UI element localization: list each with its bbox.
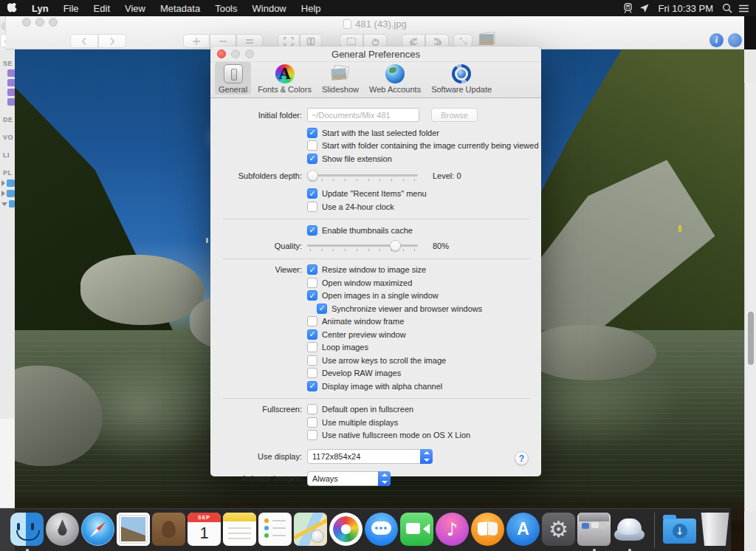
checkbox-row[interactable]: Show file extension xyxy=(307,152,539,165)
checkbox[interactable] xyxy=(317,304,327,314)
dock-notes[interactable] xyxy=(223,513,256,546)
dialog-close-button[interactable] xyxy=(217,49,226,58)
dock-calendar[interactable]: SEP1 xyxy=(188,513,221,546)
back-button[interactable] xyxy=(70,34,98,48)
checkbox[interactable] xyxy=(307,417,317,428)
dock-ibooks[interactable] xyxy=(471,513,504,546)
dock-facetime[interactable] xyxy=(400,513,433,546)
dialog-title-bar[interactable]: General Preferences xyxy=(210,47,541,62)
tab-software-update[interactable]: Software Update xyxy=(427,62,495,95)
menu-item-edit[interactable]: Edit xyxy=(86,0,117,16)
tab-slideshow[interactable]: Slideshow xyxy=(318,62,362,95)
menu-item-metadata[interactable]: Metadata xyxy=(153,0,207,16)
checkbox-row[interactable]: Use a 24-hour clock xyxy=(307,200,427,213)
checkbox-row[interactable]: Use multiple displays xyxy=(307,416,470,429)
dock-app-store[interactable] xyxy=(506,513,540,546)
notification-center-icon[interactable] xyxy=(735,0,752,16)
initial-folder-input[interactable] xyxy=(307,108,419,122)
info-button[interactable]: i xyxy=(709,33,724,47)
dock-safari[interactable] xyxy=(81,513,114,546)
scrollbar-thumb[interactable] xyxy=(748,312,754,365)
disclosure-triangle-icon[interactable] xyxy=(1,180,5,186)
checkbox-row[interactable]: Animate window frame xyxy=(307,315,482,329)
sidebar-folder-row[interactable] xyxy=(1,179,15,187)
checkbox[interactable] xyxy=(307,355,317,366)
tab-fonts-colors[interactable]: Fonts & Colors xyxy=(254,62,315,95)
checkbox-row[interactable]: Open images in a single window xyxy=(307,290,482,303)
checkbox-row[interactable]: Open window maximized xyxy=(307,276,482,290)
menu-item-view[interactable]: View xyxy=(117,0,153,16)
dock-reminders[interactable] xyxy=(258,513,292,546)
checkbox[interactable] xyxy=(307,225,317,236)
checkbox[interactable] xyxy=(307,316,317,326)
slider-thumb[interactable] xyxy=(390,240,401,251)
checkbox-row[interactable]: Resize window to image size xyxy=(307,264,482,277)
dock-itunes[interactable] xyxy=(436,513,469,546)
dock-system-preferences[interactable] xyxy=(542,513,575,546)
tab-general[interactable]: General xyxy=(215,62,251,95)
dock-maps[interactable] xyxy=(294,513,327,546)
disclosure-triangle-icon[interactable] xyxy=(1,191,5,196)
saved-search-icon[interactable] xyxy=(7,89,15,96)
saved-search-icon[interactable] xyxy=(7,69,15,77)
checkbox-row[interactable]: Center preview window xyxy=(307,328,482,341)
dock-trash[interactable] xyxy=(698,513,732,546)
checkbox-row[interactable]: Enable thumbnails cache xyxy=(307,224,413,237)
help-button[interactable]: ? xyxy=(515,451,529,465)
menu-item-tools[interactable]: Tools xyxy=(207,0,244,16)
apple-menu[interactable] xyxy=(0,0,24,16)
tab-web-accounts[interactable]: Web Accounts xyxy=(365,62,425,95)
slider-track[interactable] xyxy=(307,244,418,247)
checkbox-row[interactable]: Loop images xyxy=(307,341,482,355)
checkbox[interactable] xyxy=(307,188,317,199)
photo-stack-icon[interactable] xyxy=(478,31,498,47)
disclosure-triangle-icon[interactable] xyxy=(1,202,7,206)
checkbox[interactable] xyxy=(307,404,317,414)
checkbox[interactable] xyxy=(307,202,317,212)
checkbox-row[interactable]: Use arrow keys to scroll the image xyxy=(307,354,482,367)
checkbox[interactable] xyxy=(307,290,317,301)
dock-messages[interactable] xyxy=(365,513,398,546)
checkbox[interactable] xyxy=(307,368,317,378)
sidebar-folder-row[interactable] xyxy=(1,190,15,197)
checkbox[interactable] xyxy=(307,140,317,151)
dock-downloads-folder[interactable] xyxy=(663,513,696,546)
spotlight-search-icon[interactable] xyxy=(719,0,735,16)
browse-button[interactable]: Browse xyxy=(431,108,478,122)
menu-item-file[interactable]: File xyxy=(56,0,86,16)
saved-search-icon[interactable] xyxy=(7,98,15,106)
checkbox[interactable] xyxy=(307,278,317,288)
dock-toolbox-utility[interactable] xyxy=(577,513,611,546)
dock-contacts[interactable] xyxy=(152,513,185,546)
subfolders-depth-slider[interactable] xyxy=(307,168,418,183)
dock-launchpad[interactable] xyxy=(46,513,79,546)
checkbox[interactable] xyxy=(307,128,317,138)
dialog-minimize-button[interactable] xyxy=(231,49,240,58)
checkbox-row[interactable]: Start with the last selected folder xyxy=(307,126,539,140)
sidebar-folder-row[interactable] xyxy=(1,200,15,208)
menu-item-app[interactable]: Lyn xyxy=(24,0,56,16)
animate-images-select[interactable]: Always xyxy=(307,471,391,486)
location-services-icon[interactable] xyxy=(636,0,653,16)
menu-item-window[interactable]: Window xyxy=(245,0,294,16)
transit-status-icon[interactable] xyxy=(620,0,636,16)
checkbox-row[interactable]: Update "Recent Items" menu xyxy=(307,188,427,201)
quality-slider[interactable] xyxy=(307,239,418,253)
use-display-select[interactable]: 1172x854x24 xyxy=(307,449,433,464)
checkbox[interactable] xyxy=(307,329,317,340)
dialog-zoom-button[interactable] xyxy=(245,49,254,58)
menu-bar-clock[interactable]: Fri 10:33 PM xyxy=(653,3,719,14)
slider-thumb[interactable] xyxy=(307,170,318,181)
checkbox[interactable] xyxy=(307,342,317,352)
checkbox-row[interactable]: Synchronize viewer and browser windows xyxy=(317,302,482,315)
checkbox[interactable] xyxy=(307,381,317,391)
dock-photos[interactable] xyxy=(329,513,362,546)
slider-track[interactable] xyxy=(307,174,418,177)
checkbox-row[interactable]: Display image with alpha channel xyxy=(307,380,482,393)
dock-finder[interactable] xyxy=(10,513,44,546)
forward-button[interactable] xyxy=(98,34,126,48)
checkbox-row[interactable]: Default open in fullscreen xyxy=(307,403,470,417)
saved-search-icon[interactable] xyxy=(7,79,15,86)
checkbox-row[interactable]: Start with folder containing the image c… xyxy=(307,140,539,153)
checkbox[interactable] xyxy=(307,430,317,440)
